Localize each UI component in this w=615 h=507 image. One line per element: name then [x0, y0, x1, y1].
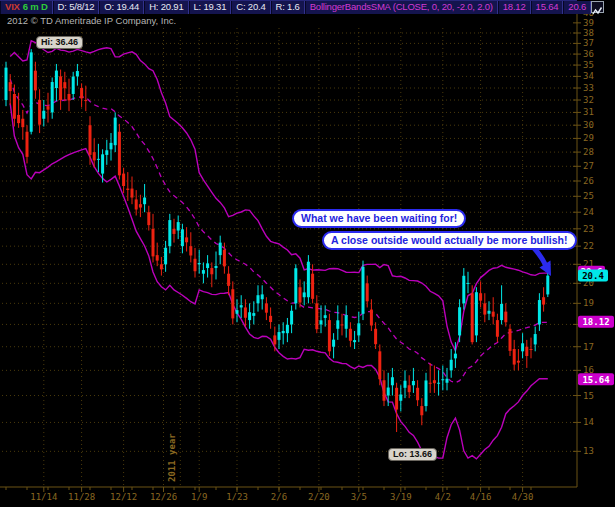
chart-header-bar: VIX6 m D D: 5/8/12 O: 19.44 H: 20.91 L: …	[0, 0, 577, 13]
svg-text:2011 year: 2011 year	[167, 433, 177, 482]
chart-style-icon[interactable]	[591, 1, 604, 13]
open-field: O: 19.44	[99, 1, 144, 14]
study-value-lower: 15.64	[531, 1, 564, 14]
symbol-label: VIX	[5, 1, 20, 12]
svg-text:4/16: 4/16	[470, 492, 492, 502]
svg-text:12/12: 12/12	[110, 492, 137, 502]
svg-text:4/2: 4/2	[435, 492, 451, 502]
svg-text:25: 25	[583, 191, 594, 201]
svg-text:28: 28	[583, 147, 594, 157]
high-price-tooltip: Hi: 36.46	[36, 36, 83, 49]
svg-text:20.4: 20.4	[582, 271, 604, 281]
svg-text:37: 37	[583, 38, 594, 48]
svg-text:31: 31	[583, 107, 594, 117]
copyright-text: 2012 © TD Ameritrade IP Company, Inc.	[7, 15, 176, 26]
svg-text:2/6: 2/6	[271, 492, 287, 502]
symbol-timeframe-cell[interactable]: VIX6 m D	[0, 1, 53, 14]
svg-text:35: 35	[583, 60, 594, 70]
svg-text:2/20: 2/20	[308, 492, 330, 502]
svg-text:18.12: 18.12	[582, 317, 609, 327]
svg-text:1/9: 1/9	[191, 492, 207, 502]
svg-text:11/28: 11/28	[68, 492, 95, 502]
annotation-arrow[interactable]	[534, 248, 551, 276]
svg-text:39: 39	[583, 18, 594, 28]
svg-text:12/26: 12/26	[150, 492, 177, 502]
svg-text:19: 19	[583, 298, 594, 308]
svg-text:27: 27	[583, 161, 594, 171]
price-chart-canvas[interactable]: 4039383736353433323130292827262524232221…	[0, 0, 615, 507]
svg-text:24: 24	[583, 207, 594, 217]
timeframe-label: 6 m D	[23, 1, 48, 12]
svg-text:36: 36	[583, 49, 594, 59]
svg-text:32: 32	[583, 95, 594, 105]
svg-text:3/5: 3/5	[351, 492, 367, 502]
study-label[interactable]: BollingerBandsSMA (CLOSE, 0, 20, -2.0, 2…	[305, 1, 498, 14]
study-value-upper: 20.6	[563, 1, 591, 14]
svg-text:1/23: 1/23	[226, 492, 248, 502]
svg-text:23: 23	[583, 224, 594, 234]
svg-text:13: 13	[583, 446, 594, 456]
study-value-mid: 18.12	[498, 1, 531, 14]
trading-chart-window: 4039383736353433323130292827262524232221…	[0, 0, 615, 507]
close-field: C: 20.4	[231, 1, 270, 14]
annotation-bubble-1[interactable]: What we have been waiting for!	[292, 209, 466, 228]
low-price-tooltip: Lo: 13.66	[388, 448, 437, 461]
low-field: L: 19.31	[189, 1, 232, 14]
svg-text:22: 22	[583, 241, 594, 251]
svg-text:15.64: 15.64	[582, 375, 610, 385]
svg-text:15: 15	[583, 391, 594, 401]
svg-text:29: 29	[583, 133, 594, 143]
high-field: H: 20.91	[144, 1, 188, 14]
annotation-bubble-2[interactable]: A close outside would actually be more b…	[322, 231, 577, 250]
svg-text:26: 26	[583, 176, 594, 186]
date-field: D: 5/8/12	[53, 1, 100, 14]
svg-text:17: 17	[583, 342, 594, 352]
svg-text:14: 14	[583, 417, 594, 427]
svg-text:33: 33	[583, 83, 594, 93]
svg-text:38: 38	[583, 28, 594, 38]
svg-text:4/30: 4/30	[512, 492, 534, 502]
svg-text:3/19: 3/19	[390, 492, 412, 502]
svg-text:34: 34	[583, 71, 594, 81]
range-field: R: 1.6	[271, 1, 305, 14]
svg-text:11/14: 11/14	[30, 492, 57, 502]
svg-text:30: 30	[583, 120, 594, 130]
